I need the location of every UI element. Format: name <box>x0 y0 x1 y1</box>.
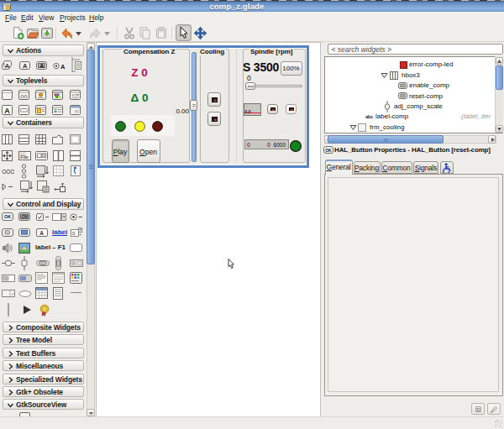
svg-text:OK: OK <box>4 214 11 219</box>
svg-text:A: A <box>60 63 66 70</box>
svg-text:A: A <box>23 62 28 70</box>
svg-text:File: File <box>20 154 29 160</box>
svg-text:ON: ON <box>21 214 28 219</box>
svg-text:A: A <box>4 107 10 115</box>
svg-text:A: A <box>5 63 9 69</box>
svg-text:A: A <box>39 63 44 69</box>
svg-text:A: A <box>39 230 44 236</box>
svg-text:OK: OK <box>325 148 332 153</box>
